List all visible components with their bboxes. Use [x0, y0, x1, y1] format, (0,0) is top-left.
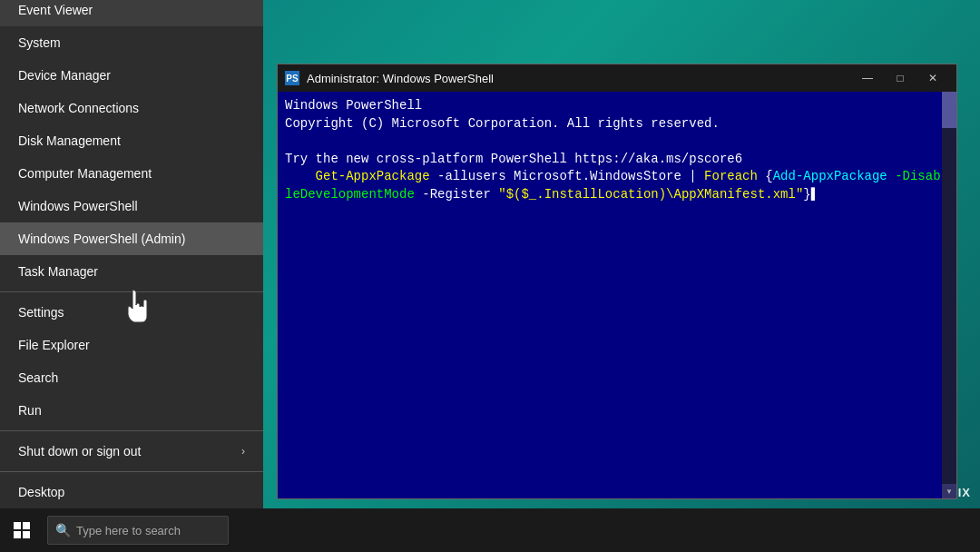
menu-item-label: Windows PowerShell [18, 199, 138, 213]
scrollbar-thumb[interactable] [942, 92, 956, 128]
menu-item-device-manager[interactable]: Device Manager [0, 59, 263, 92]
menu-divider-2 [0, 430, 263, 431]
menu-item-label: Event Viewer [18, 3, 93, 17]
menu-item-windows-powershell-admin[interactable]: Windows PowerShell (Admin) [0, 222, 263, 255]
menu-item-file-explorer[interactable]: File Explorer [0, 329, 263, 361]
menu-item-label: Run [18, 403, 42, 418]
scroll-down-arrow[interactable]: ▼ [942, 484, 956, 498]
menu-item-run[interactable]: Run [0, 394, 263, 427]
minimize-button[interactable]: — [851, 64, 884, 92]
menu-item-label: Task Manager [18, 264, 98, 279]
powershell-title: Administrator: Windows PowerShell [307, 72, 851, 85]
search-placeholder: Type here to search [76, 524, 181, 537]
menu-item-shut-down[interactable]: Shut down or sign out › [0, 435, 263, 468]
menu-item-label: Search [18, 370, 58, 385]
menu-item-label: System [18, 35, 61, 50]
taskbar: 🔍 Type here to search [0, 508, 980, 552]
window-controls: — □ ✕ [851, 64, 949, 92]
search-icon: 🔍 [55, 523, 71, 537]
menu-item-event-viewer[interactable]: Event Viewer [0, 0, 263, 26]
close-button[interactable]: ✕ [916, 64, 949, 92]
menu-item-desktop[interactable]: Desktop [0, 476, 263, 508]
scrollbar[interactable]: ▲ ▼ [942, 92, 956, 498]
powershell-output: Windows PowerShell Copyright (C) Microso… [285, 97, 949, 204]
menu-item-network-connections[interactable]: Network Connections [0, 92, 263, 124]
desktop: PS Administrator: Windows PowerShell — □… [0, 0, 980, 552]
taskbar-search[interactable]: 🔍 Type here to search [47, 516, 229, 545]
menu-item-label: Windows PowerShell (Admin) [18, 232, 185, 246]
menu-item-label: File Explorer [18, 338, 90, 352]
menu-item-label: Computer Management [18, 166, 152, 181]
menu-item-label: Disk Management [18, 133, 121, 148]
menu-item-system[interactable]: System [0, 26, 263, 59]
menu-item-label: Network Connections [18, 101, 139, 115]
powershell-icon: PS [285, 71, 299, 85]
windows-logo-icon [14, 522, 30, 538]
start-button[interactable] [0, 508, 44, 552]
menu-item-label: Desktop [18, 485, 64, 499]
menu-item-label: Settings [18, 305, 64, 320]
menu-item-settings[interactable]: Settings [0, 296, 263, 329]
menu-item-search[interactable]: Search [0, 361, 263, 394]
menu-divider-1 [0, 291, 263, 292]
menu-item-label: Device Manager [18, 68, 111, 83]
menu-item-windows-powershell[interactable]: Windows PowerShell [0, 190, 263, 222]
powershell-content: Windows PowerShell Copyright (C) Microso… [278, 92, 956, 498]
menu-item-task-manager[interactable]: Task Manager [0, 255, 263, 288]
powershell-titlebar: PS Administrator: Windows PowerShell — □… [278, 64, 956, 92]
context-menu: Apps and Features Power Options Event Vi… [0, 0, 263, 508]
menu-item-label: Shut down or sign out [18, 444, 141, 458]
menu-item-computer-management[interactable]: Computer Management [0, 157, 263, 190]
menu-divider-3 [0, 471, 263, 472]
maximize-button[interactable]: □ [884, 64, 916, 92]
chevron-right-icon: › [241, 445, 245, 458]
menu-item-disk-management[interactable]: Disk Management [0, 124, 263, 157]
powershell-window: PS Administrator: Windows PowerShell — □… [277, 64, 957, 499]
